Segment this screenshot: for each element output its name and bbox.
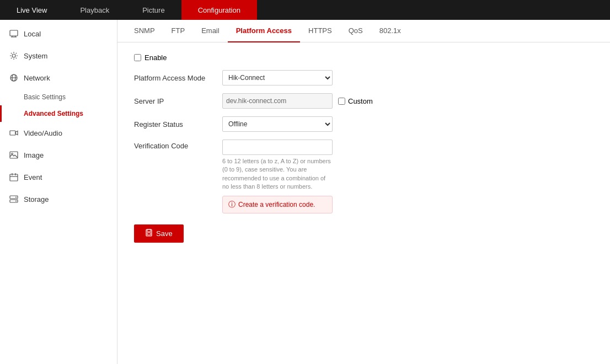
video-audio-icon <box>8 127 19 138</box>
sidebar-item-network[interactable]: Network <box>0 67 117 89</box>
tab-email[interactable]: Email <box>193 20 228 42</box>
verification-code-group: 6 to 12 letters (a to z, A to Z) or numb… <box>222 140 333 213</box>
top-nav: Live View Playback Picture Configuration <box>0 0 610 20</box>
enable-checkbox[interactable] <box>134 54 141 61</box>
sidebar-item-system-label: System <box>24 52 47 60</box>
warning-icon: ⓘ <box>228 200 236 210</box>
sidebar-item-video-audio[interactable]: Video/Audio <box>0 122 117 144</box>
svg-rect-9 <box>10 152 18 158</box>
platform-access-mode-select[interactable]: Hik-Connect Other <box>222 70 333 85</box>
sidebar-item-image[interactable]: Image <box>0 144 117 166</box>
verification-code-label: Verification Code <box>134 140 222 150</box>
svg-rect-20 <box>147 229 151 232</box>
tab-snmp[interactable]: SNMP <box>126 20 163 42</box>
sidebar-item-local-label: Local <box>24 30 41 38</box>
register-status-row: Register Status Offline Online <box>134 116 593 132</box>
svg-point-17 <box>15 197 17 198</box>
verification-warning-banner: ⓘ Create a verification code. <box>222 196 333 213</box>
svg-rect-8 <box>10 131 15 135</box>
register-status-label: Register Status <box>134 120 222 129</box>
layout: Local System Network Basic Settings <box>0 20 610 364</box>
tab-802-1x[interactable]: 802.1x <box>371 20 409 42</box>
sidebar-sub-advanced-settings[interactable]: Advanced Settings <box>0 105 117 122</box>
sidebar-item-local[interactable]: Local <box>0 23 117 45</box>
platform-access-mode-row: Platform Access Mode Hik-Connect Other <box>134 70 593 85</box>
tab-platform-access[interactable]: Platform Access <box>228 20 300 42</box>
storage-icon <box>8 194 19 205</box>
sidebar-item-event[interactable]: Event <box>0 166 117 188</box>
local-icon <box>8 28 19 39</box>
save-button-label: Save <box>156 229 173 238</box>
sidebar-item-image-label: Image <box>24 151 44 159</box>
tab-qos[interactable]: QoS <box>340 20 371 42</box>
enable-row: Enable <box>134 53 593 62</box>
server-ip-row: Server IP Custom <box>134 93 593 109</box>
system-icon <box>8 50 19 61</box>
verification-code-row: Verification Code 6 to 12 letters (a to … <box>134 140 593 213</box>
nav-configuration[interactable]: Configuration <box>181 0 257 20</box>
sidebar: Local System Network Basic Settings <box>0 20 117 364</box>
event-icon <box>8 172 19 183</box>
verification-warning-text: Create a verification code. <box>238 201 315 208</box>
sidebar-item-storage-label: Storage <box>24 195 49 204</box>
custom-checkbox[interactable] <box>338 98 345 105</box>
sidebar-sub-basic-settings[interactable]: Basic Settings <box>0 89 117 105</box>
verification-code-input[interactable] <box>222 140 333 155</box>
sidebar-item-storage[interactable]: Storage <box>0 188 117 210</box>
sidebar-item-event-label: Event <box>24 173 42 181</box>
nav-playback[interactable]: Playback <box>63 0 126 20</box>
server-ip-label: Server IP <box>134 97 222 105</box>
register-status-select[interactable]: Offline Online <box>222 116 333 132</box>
save-icon <box>145 229 153 238</box>
image-icon <box>8 149 19 160</box>
custom-check-group: Custom <box>338 97 373 105</box>
svg-point-18 <box>15 201 17 202</box>
svg-point-4 <box>12 54 15 57</box>
main-content: SNMP FTP Email Platform Access HTTPS QoS… <box>117 20 610 364</box>
server-ip-input[interactable] <box>222 93 333 109</box>
svg-rect-0 <box>10 30 18 36</box>
tab-https[interactable]: HTTPS <box>300 20 340 42</box>
tab-ftp[interactable]: FTP <box>163 20 194 42</box>
tab-bar: SNMP FTP Email Platform Access HTTPS QoS… <box>117 20 610 42</box>
custom-label: Custom <box>348 97 373 105</box>
platform-access-mode-label: Platform Access Mode <box>134 74 222 82</box>
svg-rect-11 <box>10 174 18 181</box>
sidebar-item-system[interactable]: System <box>0 45 117 67</box>
nav-picture[interactable]: Picture <box>126 0 181 20</box>
verification-hint-text: 6 to 12 letters (a to z, A to Z) or numb… <box>222 157 333 191</box>
enable-label: Enable <box>145 53 167 62</box>
sidebar-item-video-audio-label: Video/Audio <box>24 129 62 137</box>
network-icon <box>8 72 19 83</box>
sidebar-item-network-label: Network <box>24 74 50 82</box>
nav-live-view[interactable]: Live View <box>0 0 63 20</box>
svg-rect-21 <box>147 233 151 235</box>
save-button[interactable]: Save <box>134 224 184 243</box>
form-area: Enable Platform Access Mode Hik-Connect … <box>117 42 610 254</box>
